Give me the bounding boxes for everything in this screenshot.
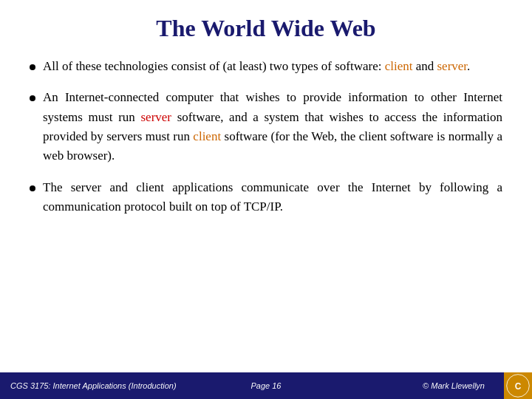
text-client-2: client (193, 129, 221, 143)
bullet-item-1: All of these technologies consist of (at… (30, 57, 502, 76)
bullet-item-2: An Internet-connected computer that wish… (30, 88, 502, 166)
footer-logo: C (504, 372, 532, 399)
svg-text:C: C (515, 381, 522, 392)
bullet-dot-3 (30, 185, 35, 191)
footer-course: CGS 3175: Internet Applications (Introdu… (10, 381, 177, 390)
slide-footer: CGS 3175: Internet Applications (Introdu… (0, 372, 532, 399)
slide-container: The World Wide Web All of these technolo… (0, 0, 532, 399)
footer-page: Page 16 (251, 381, 282, 390)
text-server-1: server (437, 59, 467, 73)
footer-copyright: © Mark Llewellyn (423, 381, 485, 390)
text-client: client (385, 59, 413, 73)
bullet-text-3: The server and client applications commu… (43, 178, 502, 217)
bullet-text-2: An Internet-connected computer that wish… (43, 88, 502, 166)
bullet-text-1: All of these technologies consist of (at… (43, 57, 502, 76)
bullet-list: All of these technologies consist of (at… (30, 57, 502, 216)
slide-title: The World Wide Web (30, 15, 502, 42)
slide-content: The World Wide Web All of these technolo… (0, 0, 532, 372)
bullet-dot-1 (30, 64, 35, 70)
bullet-dot-2 (30, 95, 35, 101)
bullet-item-3: The server and client applications commu… (30, 178, 502, 217)
text-server-2: server (141, 110, 172, 124)
